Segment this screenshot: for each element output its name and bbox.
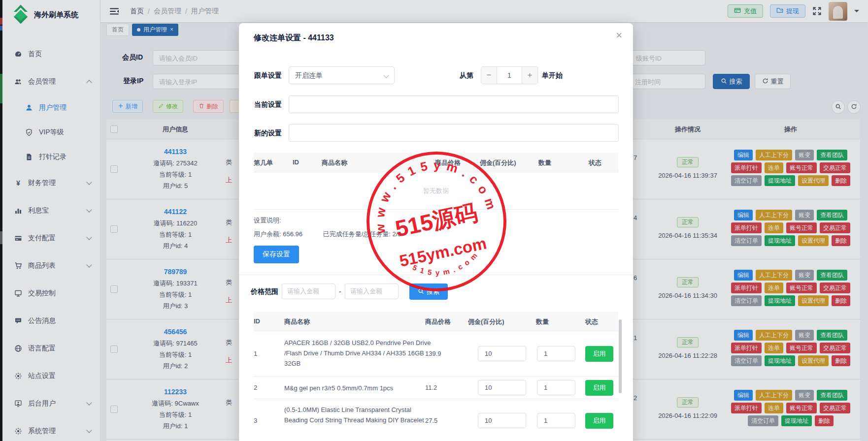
col-status: 状态	[585, 317, 598, 326]
product-row: 3(0.5-1.0MM) Elastic Line Transparent Cr…	[254, 399, 618, 441]
chevron-down-icon	[383, 72, 389, 78]
enable-button[interactable]: 启用	[585, 380, 613, 396]
divider	[239, 275, 633, 275]
chain-table-header: 第几单 ID 商品名称 商品价格 佣金(百分比) 数量 状态	[254, 153, 618, 172]
balance-line: 用户余额: 656.96 已完成任务量/总任务量: 2/5	[254, 230, 401, 239]
col-product-name: 商品名称	[284, 317, 310, 326]
col-commission: 佣金(百分比)	[468, 317, 504, 326]
save-settings-button[interactable]: 保存设置	[254, 246, 299, 263]
price-min-input[interactable]: 请输入金额	[282, 284, 335, 299]
stepper-minus-button[interactable]: −	[481, 67, 497, 84]
enable-button[interactable]: 启用	[585, 346, 613, 362]
col-product-price: 商品价格	[435, 158, 461, 167]
start-order-stepper: − +	[481, 66, 538, 84]
product-id: 2	[254, 384, 257, 391]
from-label: 从第	[460, 66, 473, 84]
balance-text: 用户余额: 656.96	[254, 230, 302, 238]
range-dash: -	[339, 283, 341, 300]
modal-title: 修改连单设置 - 441133	[254, 33, 334, 43]
product-name: M&g gel pen r3/r5 0.5mm/0.7mm 1pcs	[284, 383, 432, 393]
col-product-name: 商品名称	[322, 158, 347, 167]
search-icon	[418, 288, 424, 296]
col-id: ID	[293, 158, 299, 166]
col-order-no: 第几单	[254, 158, 273, 167]
price-max-input[interactable]: 请输入金额	[345, 284, 399, 299]
modal-close-icon[interactable]: ×	[616, 30, 622, 41]
col-id: ID	[254, 317, 260, 325]
start-order-input[interactable]	[497, 67, 522, 84]
empty-data-text: 暂无数据	[254, 172, 618, 210]
follow-setting-label: 跟单设置	[254, 66, 282, 84]
col-qty: 数量	[538, 158, 551, 167]
commission-input[interactable]	[478, 380, 526, 395]
task-text: 已完成任务量/总任务量: 2/5	[323, 230, 401, 238]
col-product-price: 商品价格	[425, 317, 451, 326]
price-search-button[interactable]: 搜索	[409, 284, 448, 300]
current-setting-input[interactable]	[289, 95, 619, 113]
note-label: 设置说明:	[254, 216, 281, 225]
quantity-input[interactable]	[537, 413, 575, 428]
start-suffix-label: 单开始	[542, 66, 563, 84]
price-range-label: 价格范围	[251, 283, 278, 300]
modal-scrollbar[interactable]	[619, 314, 622, 441]
enable-button[interactable]: 启用	[585, 413, 613, 429]
product-id: 1	[254, 350, 257, 357]
quantity-input[interactable]	[537, 380, 575, 395]
new-setting-label: 新的设置	[254, 124, 282, 142]
commission-input[interactable]	[478, 346, 526, 361]
commission-input[interactable]	[478, 413, 526, 428]
product-id: 3	[254, 417, 257, 424]
col-qty: 数量	[536, 317, 549, 326]
quantity-input[interactable]	[537, 346, 575, 361]
col-commission: 佣金(百分比)	[480, 158, 516, 167]
follow-setting-select[interactable]: 开启连单	[289, 66, 395, 84]
product-price: 139.9	[425, 350, 441, 357]
product-price: 27.5	[425, 417, 437, 424]
product-name: (0.5-1.0MM) Elastic Line Transparent Cry…	[284, 405, 432, 425]
product-row: 2M&g gel pen r3/r5 0.5mm/0.7mm 1pcs11.2启…	[254, 377, 618, 399]
new-setting-input[interactable]	[289, 124, 619, 142]
screen: 海外刷单系统 首页会员管理用户管理VIP等级打针记录¥财务管理利息宝支付配置商品…	[0, 0, 868, 441]
modal-edit-chain-settings: 修改连单设置 - 441133 × 跟单设置 开启连单 从第 − + 单开始 当…	[239, 23, 633, 441]
stepper-plus-button[interactable]: +	[522, 67, 537, 84]
product-name: APACER 16GB / 32GB USB2.0 Pendrive Pen D…	[284, 338, 432, 369]
product-price: 11.2	[425, 384, 437, 391]
current-setting-label: 当前设置	[254, 95, 282, 113]
col-status: 状态	[589, 158, 601, 167]
product-table-header: ID 商品名称 商品价格 佣金(百分比) 数量 状态	[254, 312, 618, 331]
product-row: 1APACER 16GB / 32GB USB2.0 Pendrive Pen …	[254, 331, 618, 377]
